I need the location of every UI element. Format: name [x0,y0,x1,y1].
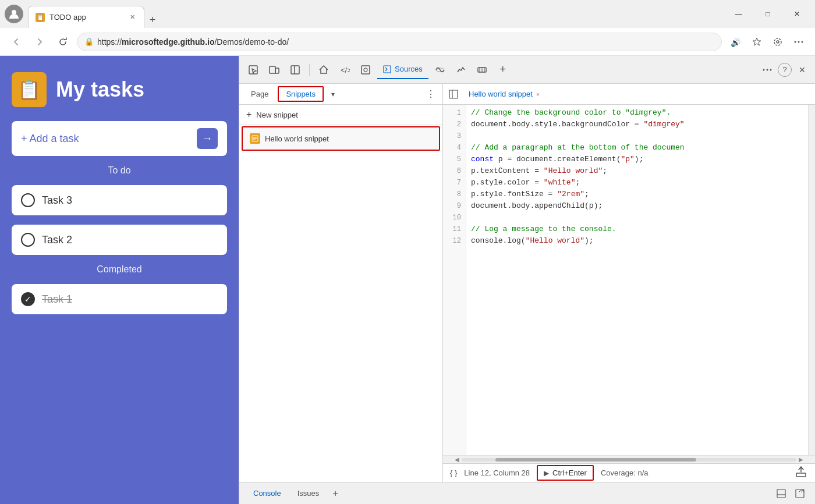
task-name: Task 3 [42,194,72,207]
sources-tab[interactable]: Sources [377,61,428,79]
new-snippet-button[interactable]: + New snippet [239,105,442,125]
profile-icon[interactable] [5,5,23,23]
horizontal-scrollbar[interactable]: ◀ ▶ [443,455,815,463]
svg-rect-8 [270,66,275,73]
task-item[interactable]: Task 2 [12,225,227,255]
network-button[interactable] [431,61,449,79]
refresh-button[interactable] [54,33,72,51]
add-bottom-tab-button[interactable]: + [328,487,342,501]
snippet-more-button[interactable]: ⋮ [424,87,438,101]
snippet-item[interactable]: Hello world snippet [242,126,440,151]
snippets-tab[interactable]: Snippets [278,86,324,102]
code-line: const p = document.createElement("p"); [471,154,803,165]
tab-close-button[interactable]: ✕ [127,13,137,22]
address-bar[interactable]: 🔒 https://microsoftedge.github.io/Demos/… [77,33,722,51]
format-label[interactable]: { } [450,468,457,477]
page-tab[interactable]: Page [244,87,275,101]
more-tools-button[interactable] [759,62,775,78]
code-body[interactable]: 1 2 3 4 5 6 7 8 9 10 11 12 // Chan [443,105,815,455]
completed-task-item[interactable]: ✓ Task 1 [12,284,227,314]
todo-panel: 📋 My tasks + Add a task → To do Task 3 T… [0,56,239,504]
sources-tab-label: Sources [395,65,423,73]
line-number: 7 [443,177,466,189]
scroll-right-arrow[interactable]: ▶ [796,456,806,463]
svg-point-21 [763,69,765,70]
editor-statusbar: { } Line 12, Column 28 ▶ Ctrl+Enter Cove… [443,463,815,482]
code-line: // Change the background color to "dimgr… [471,107,803,119]
issues-tab[interactable]: Issues [290,485,327,501]
completed-task-checkbox[interactable]: ✓ [21,292,35,306]
help-button[interactable]: ? [778,63,792,77]
add-task-label: + Add a task [21,133,191,145]
snippet-dropdown-button[interactable]: ▾ [326,87,340,101]
forward-button[interactable] [30,33,49,51]
task-item[interactable]: Task 3 [12,185,227,215]
svg-point-2 [777,41,779,43]
maximize-button[interactable]: □ [754,5,781,23]
settings-button[interactable] [768,33,787,51]
position-label: Line 12, Column 28 [464,468,530,477]
navigation-bar: 🔒 https://microsoftedge.github.io/Demos/… [0,28,815,56]
back-button[interactable] [7,33,26,51]
home-button[interactable] [314,61,333,79]
tab-bar: 📋 TODO app ✕ + [28,0,721,28]
line-number: 10 [443,212,466,223]
scroll-thumb[interactable] [495,458,696,462]
dock-bottom-button[interactable] [773,485,789,502]
new-tab-button[interactable]: + [144,12,161,28]
inspect-element-button[interactable] [244,61,263,79]
bottom-tab-bar: Console Issues + [239,482,815,504]
read-aloud-button[interactable]: 🔊 [727,33,745,51]
scroll-track[interactable] [462,458,796,462]
bottom-right-icons [773,485,808,502]
check-icon: ✓ [24,294,31,304]
code-line [471,212,803,223]
editor-sidebar-toggle[interactable] [445,86,462,102]
code-line: // Add a paragraph at the bottom of the … [471,142,803,154]
svg-rect-31 [777,489,785,498]
editor-file-tab[interactable]: Hello world snippet × [463,87,545,101]
run-snippet-button[interactable]: ▶ Ctrl+Enter [537,465,594,481]
code-line [471,130,803,142]
window-controls: — □ ✕ [725,5,810,23]
task-name: Task 2 [42,234,72,246]
line-numbers: 1 2 3 4 5 6 7 8 9 10 11 12 [443,105,466,455]
code-line: p.style.color = "white"; [471,177,803,189]
code-content[interactable]: // Change the background color to "dimgr… [466,105,808,455]
performance-button[interactable] [452,61,470,79]
active-tab[interactable]: 📋 TODO app ✕ [28,6,144,28]
svg-point-5 [798,41,800,42]
add-tab-button[interactable]: + [494,61,512,79]
minimize-button[interactable]: — [725,5,752,23]
editor-tab-close-button[interactable]: × [536,91,540,98]
elements-button[interactable]: </> [335,61,354,79]
svg-point-22 [767,69,768,70]
more-button[interactable] [789,33,808,51]
tab-favicon: 📋 [36,13,45,22]
completed-section-label: Completed [12,264,227,275]
console-button[interactable] [356,61,375,79]
clipboard-icon: 📋 [12,72,47,107]
close-button[interactable]: ✕ [784,5,810,23]
close-devtools-button[interactable]: ✕ [794,62,810,78]
nav-right-icons: 🔊 [727,33,808,51]
favorites-button[interactable] [747,33,766,51]
new-snippet-plus-icon: + [246,109,251,120]
add-task-button[interactable]: + Add a task → [12,121,227,156]
sidebar-toggle-button[interactable] [286,61,304,79]
undock-button[interactable] [792,485,808,502]
vertical-scrollbar[interactable] [808,105,815,455]
todo-header: 📋 My tasks [12,68,227,112]
scroll-left-arrow[interactable]: ◀ [452,456,462,463]
task-checkbox[interactable] [21,233,35,247]
completed-task-name: Task 1 [42,293,72,306]
task-checkbox[interactable] [21,193,35,207]
device-toggle-button[interactable] [265,61,284,79]
code-line: p.textContent = "Hello world"; [471,165,803,177]
editor-tab-label: Hello world snippet [469,90,533,98]
line-number: 5 [443,154,466,165]
upload-icon[interactable] [794,465,808,479]
memory-button[interactable] [473,61,491,79]
console-tab[interactable]: Console [246,485,288,501]
snippets-tab-bar: Page Snippets ▾ ⋮ [239,84,442,105]
